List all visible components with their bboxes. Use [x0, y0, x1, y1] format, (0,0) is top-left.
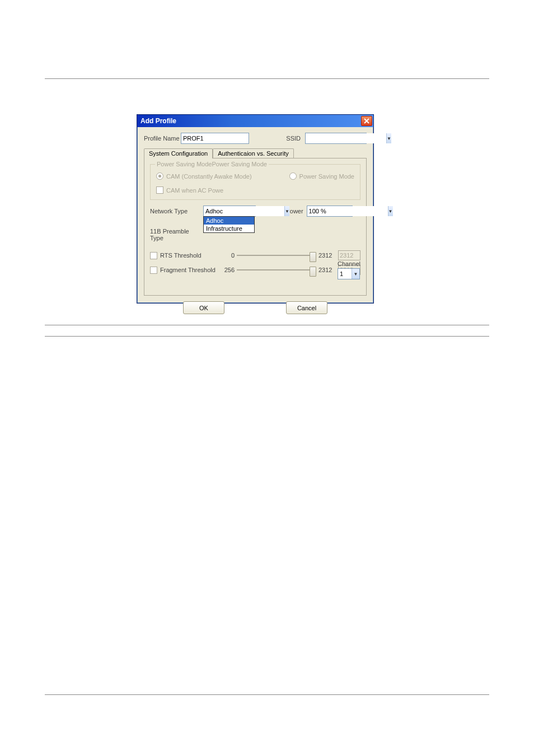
radio-icon [156, 172, 163, 180]
ssid-label: SSID [283, 135, 301, 142]
checkbox-icon [150, 267, 157, 274]
frag-min: 256 [220, 267, 235, 273]
divider-bottom [45, 694, 489, 695]
fragment-threshold-checkbox[interactable]: Fragment Threshold [150, 267, 220, 274]
dropdown-item-infrastructure[interactable]: Infrastructure [204, 225, 254, 232]
tab-system-configuration[interactable]: System Configuration [144, 148, 213, 158]
rts-value-box [338, 250, 360, 260]
tab-authentication-security[interactable]: Authenticaion vs. Security [213, 148, 294, 158]
psm-radio-label: Power Saving Mode [299, 173, 354, 180]
profile-name-label: Profile Name [144, 135, 181, 142]
add-profile-dialog: Add Profile Profile Name SSID ▼ System C… [137, 114, 374, 304]
slider-thumb[interactable] [310, 267, 316, 277]
channel-input[interactable] [338, 269, 352, 279]
chevron-down-icon[interactable]: ▼ [352, 269, 359, 279]
titlebar-title: Add Profile [140, 117, 176, 125]
network-type-dropdown-list[interactable]: Adhoc Infrastructure [203, 216, 255, 233]
close-icon[interactable] [361, 116, 372, 126]
cam-radio: CAM (Constantly Awake Mode) [156, 172, 252, 180]
cancel-button[interactable]: Cancel [286, 301, 327, 314]
channel-label: Channel [338, 260, 360, 267]
fragment-slider[interactable] [237, 265, 316, 275]
frag-max: 2312 [318, 267, 336, 273]
dropdown-item-adhoc[interactable]: Adhoc [204, 217, 254, 225]
ssid-input[interactable] [306, 133, 386, 143]
groupbox-title: Power Saving ModePower Saving Mode [155, 161, 269, 167]
cam-ac-checkbox: CAM when AC Powe [156, 186, 354, 194]
cam-ac-label: CAM when AC Powe [166, 187, 223, 194]
network-type-label: Network Type [150, 208, 203, 214]
rts-threshold-checkbox[interactable]: RTS Threshold [150, 252, 220, 259]
transmit-power-combo[interactable]: ▼ [307, 206, 353, 217]
network-type-input[interactable] [204, 206, 284, 216]
profile-name-input[interactable] [181, 133, 249, 144]
tabs: System Configuration Authenticaion vs. S… [144, 148, 367, 158]
divider-mid-1 [45, 325, 489, 325]
channel-area: Channel ▼ [338, 260, 360, 279]
fragment-threshold-label: Fragment Threshold [160, 267, 216, 273]
divider-top [45, 78, 489, 79]
radio-icon [289, 172, 297, 180]
ssid-combo[interactable]: ▼ [305, 133, 367, 144]
rts-slider[interactable] [237, 250, 316, 260]
checkbox-icon [150, 252, 157, 259]
network-type-combo[interactable]: ▼ Adhoc Infrastructure [203, 206, 255, 217]
checkbox-icon [156, 186, 163, 194]
chevron-down-icon[interactable]: ▼ [386, 133, 391, 143]
slider-thumb[interactable] [310, 252, 316, 262]
chevron-down-icon[interactable]: ▼ [284, 206, 289, 216]
chevron-down-icon[interactable]: ▼ [388, 206, 393, 216]
cam-radio-label: CAM (Constantly Awake Mode) [166, 173, 252, 180]
psm-radio: Power Saving Mode [289, 172, 354, 180]
divider-mid-2 [45, 336, 489, 337]
ok-button[interactable]: OK [183, 301, 224, 314]
rts-threshold-label: RTS Threshold [160, 252, 202, 259]
tab-panel-system-configuration: Power Saving ModePower Saving Mode CAM (… [144, 158, 367, 296]
rts-max: 2312 [318, 252, 336, 259]
preamble-type-label: 11B Preamble Type [150, 228, 203, 241]
transmit-power-input[interactable] [307, 206, 388, 216]
channel-combo[interactable]: ▼ [338, 268, 360, 279]
titlebar[interactable]: Add Profile [137, 115, 373, 127]
power-saving-groupbox: Power Saving ModePower Saving Mode CAM (… [150, 164, 360, 200]
rts-min: 0 [220, 252, 235, 259]
